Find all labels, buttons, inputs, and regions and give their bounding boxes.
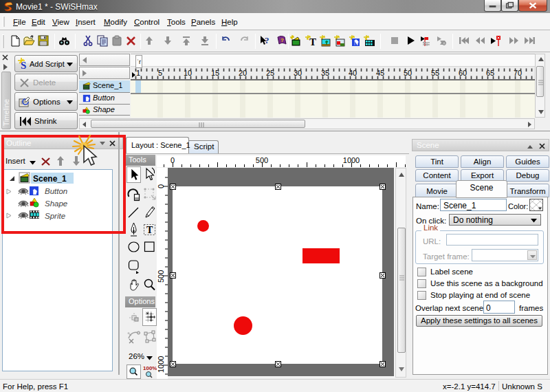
svg-text:T: T [309,36,316,47]
svg-text:?: ? [265,35,270,45]
svg-text:?: ? [280,37,284,43]
svg-text:T: T [146,225,153,235]
svg-text:S: S [21,60,26,70]
svg-text:100%: 100% [143,365,157,371]
